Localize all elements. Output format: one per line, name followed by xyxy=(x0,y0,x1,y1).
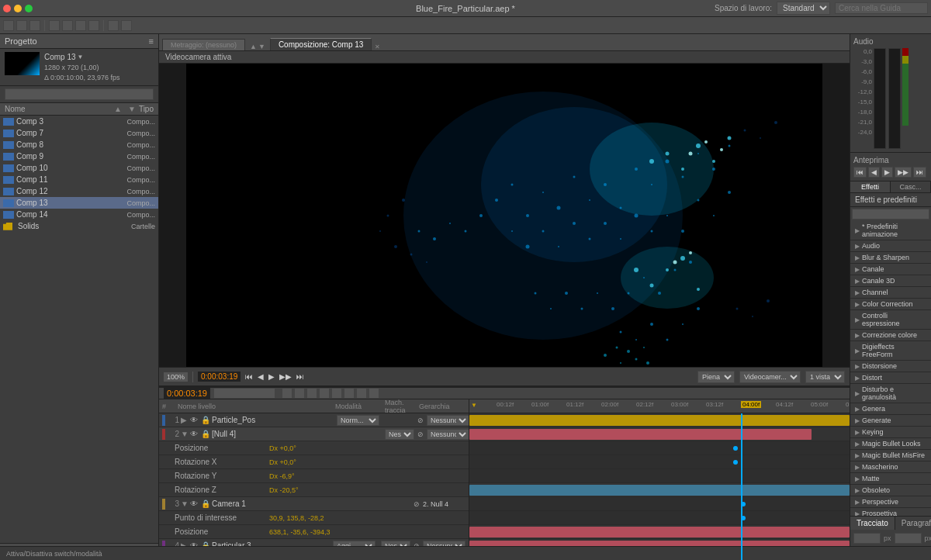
track-sub-row[interactable] xyxy=(469,511,850,525)
tl-tab-comp3[interactable]: Comp 3 xyxy=(205,385,246,387)
project-item-comp12[interactable]: Comp 12 Compo... xyxy=(0,185,158,197)
project-item-comp7[interactable]: Comp 7 Compo... xyxy=(0,127,158,139)
tl-tool-btn[interactable] xyxy=(294,388,305,399)
views-select[interactable]: 1 vista xyxy=(805,371,845,383)
layer-mode[interactable]: Norm... xyxy=(337,415,383,426)
sort-icon[interactable]: ▲ xyxy=(114,105,122,113)
layer-parent-select[interactable]: Nessuno xyxy=(427,415,466,426)
layer-1[interactable]: 1 ▶ 👁 🔒 Particle_Pos Norm... ⊘ Nessuno xyxy=(159,413,469,427)
layer-2[interactable]: 2 ▼ 👁 🔒 [Null 4] Ness... ⊘ Nessuno xyxy=(159,427,469,441)
workspace-select[interactable]: Standard xyxy=(777,2,830,15)
timeline-tracks[interactable] xyxy=(469,413,850,560)
tl-tab-comp13[interactable]: Comp 13 xyxy=(427,385,472,387)
project-item-comp11[interactable]: Comp 11 Compo... xyxy=(0,174,158,185)
tool-icon[interactable] xyxy=(62,20,73,31)
eff-cat-generate[interactable]: ▶Generate xyxy=(850,415,931,427)
lock-icon[interactable]: 🔒 xyxy=(201,430,210,438)
track-sub-row[interactable] xyxy=(469,469,850,483)
project-menu-icon[interactable]: ≡ xyxy=(149,36,154,46)
eff-cat-distort[interactable]: ▶Distort xyxy=(850,372,931,384)
tool-icon[interactable] xyxy=(108,20,119,31)
tl-tool-btn[interactable] xyxy=(369,388,379,399)
tl-tool-btn[interactable] xyxy=(282,388,292,399)
tab-close[interactable]: ✕ xyxy=(373,43,382,50)
tl-tool-btn[interactable] xyxy=(331,388,342,399)
tl-tab-comp12[interactable]: Comp 12 xyxy=(380,385,426,387)
tool-icon[interactable] xyxy=(16,20,27,31)
eff-cat-distorsione[interactable]: ▶Distorsione xyxy=(850,361,931,372)
tl-search[interactable] xyxy=(213,388,275,399)
eff-cat-prospettiva[interactable]: ▶Prospettiva xyxy=(850,508,931,516)
project-item-comp8[interactable]: Comp 8 Compo... xyxy=(0,139,158,150)
timeline-ruler[interactable]: ▼ 00:12f 01:00f 01:12f 02:00f 02:12f 03:… xyxy=(469,399,850,413)
tl-tab-comp9[interactable]: Comp 9 xyxy=(290,385,331,387)
project-item-comp9[interactable]: Comp 9 Compo... xyxy=(0,150,158,162)
track-row-1[interactable] xyxy=(469,413,850,427)
eff-cat-canale3d[interactable]: ▶Canale 3D xyxy=(850,275,931,287)
playback-skip-start[interactable]: ⏮ xyxy=(245,372,253,381)
lock-icon[interactable]: 🔒 xyxy=(201,500,210,508)
preview-skip-start[interactable]: ⏮ xyxy=(853,167,867,178)
eff-cat-keying[interactable]: ▶Keying xyxy=(850,427,931,438)
playback-next[interactable]: ▶▶ xyxy=(279,372,292,381)
layer-expand[interactable]: ▶ xyxy=(181,416,189,424)
tab-footage[interactable]: Metraggio: (nessuno) xyxy=(162,39,245,50)
eff-cat-correzione[interactable]: ▶Correzione colore xyxy=(850,330,931,341)
track-sub-row[interactable] xyxy=(469,497,850,511)
close-button[interactable] xyxy=(3,5,11,12)
tool-icon[interactable] xyxy=(88,20,99,31)
tl-tool-btn[interactable] xyxy=(356,388,367,399)
px-input-1[interactable] xyxy=(853,533,881,544)
preview-play[interactable]: ▶ xyxy=(881,167,893,178)
track-row-2[interactable] xyxy=(469,427,850,441)
eff-cat-matte[interactable]: ▶Matte xyxy=(850,473,931,485)
lock-icon[interactable]: 🔒 xyxy=(201,416,210,424)
eff-cat-obsoleto[interactable]: ▶Obsoleto xyxy=(850,485,931,496)
layer-track[interactable]: Ness... xyxy=(385,429,416,440)
eff-cat-canale[interactable]: ▶Canale xyxy=(850,264,931,275)
eff-cat-disturbo[interactable]: ▶Disturbo e granulosità xyxy=(850,384,931,403)
eff-cat-digieffects[interactable]: ▶Digieffects FreeForm xyxy=(850,341,931,361)
vis-icon[interactable]: 👁 xyxy=(190,416,199,424)
preview-step-fwd[interactable]: ▶▶ xyxy=(895,167,912,178)
tl-tab-comp7[interactable]: Comp 7 xyxy=(162,385,203,387)
project-item-comp13[interactable]: Comp 13 Compo... xyxy=(0,197,158,209)
camera-select[interactable]: Videocamer... xyxy=(739,371,801,383)
vis-icon[interactable]: 👁 xyxy=(190,430,199,438)
prop-val[interactable]: 638,1, -35,6, -394,3 xyxy=(269,528,331,536)
project-item-comp3[interactable]: Comp 3 Compo... xyxy=(0,116,158,127)
vis-icon[interactable]: 👁 xyxy=(190,500,199,508)
maximize-button[interactable] xyxy=(25,5,33,12)
project-item-comp14[interactable]: Comp 14 Compo... xyxy=(0,209,158,220)
preview-step-back[interactable]: ◀ xyxy=(868,167,880,178)
effects-tab-main[interactable]: Effetti xyxy=(850,181,891,192)
tl-tool-btn[interactable] xyxy=(306,388,317,399)
playback-prev[interactable]: ◀ xyxy=(258,372,264,381)
eff-cat-colorcorr[interactable]: ▶Color Correction xyxy=(850,299,931,310)
tl-tab-comp11[interactable]: Comp 11 xyxy=(333,385,379,387)
track-sub-row[interactable] xyxy=(469,455,850,469)
eff-cat-channel[interactable]: ▶Channel xyxy=(850,287,931,299)
layer-parent[interactable]: Nessuno xyxy=(427,429,466,440)
playback-play[interactable]: ▶ xyxy=(268,372,275,381)
prop-val[interactable]: Dx -20,5° xyxy=(269,486,299,494)
layer-3[interactable]: 3 ▼ 👁 🔒 Camera 1 ⊘ 2. Null 4 xyxy=(159,497,469,511)
project-search[interactable] xyxy=(0,86,158,103)
track-sub-row[interactable] xyxy=(469,441,850,455)
tool-icon[interactable] xyxy=(29,20,40,31)
px-input-2[interactable] xyxy=(895,533,922,544)
minimize-button[interactable] xyxy=(14,5,22,12)
comp-arrow[interactable]: ▼ xyxy=(78,53,84,61)
eff-cat-audio[interactable]: ▶Audio xyxy=(850,240,931,252)
tl-tool-btn[interactable] xyxy=(319,388,330,399)
eff-cat-blur[interactable]: ▶Blur & Sharpen xyxy=(850,252,931,264)
view-mode-select[interactable]: Piena xyxy=(697,371,735,383)
eff-cat-mascherino[interactable]: ▶Mascherino xyxy=(850,461,931,473)
track-row-4[interactable] xyxy=(469,525,850,539)
project-search-input[interactable] xyxy=(5,88,154,100)
tool-icon[interactable] xyxy=(121,20,132,31)
eff-cat-genera[interactable]: ▶Genera xyxy=(850,403,931,415)
effects-tab-casc[interactable]: Casc... xyxy=(891,181,931,192)
playback-skip-end[interactable]: ⏭ xyxy=(296,372,304,381)
project-item-comp10[interactable]: Comp 10 Compo... xyxy=(0,162,158,174)
